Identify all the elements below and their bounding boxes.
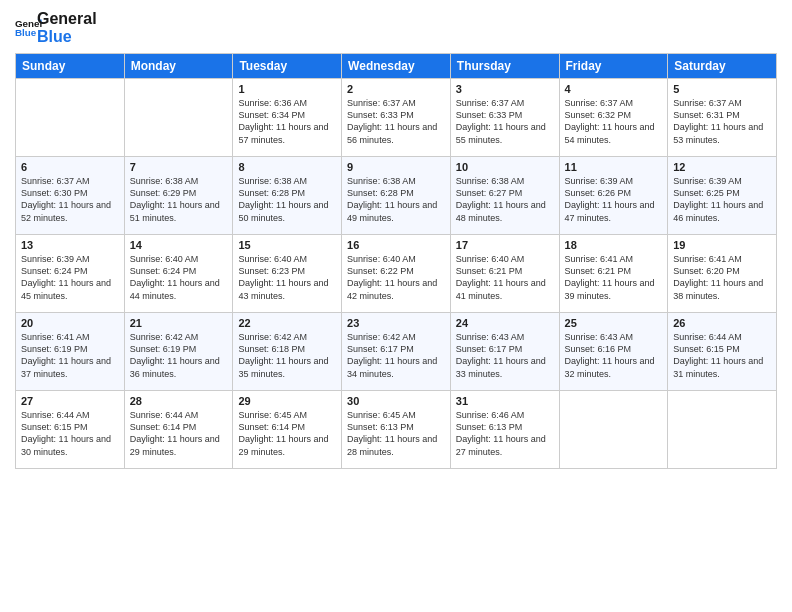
- day-info: Sunrise: 6:41 AMSunset: 6:21 PMDaylight:…: [565, 253, 663, 302]
- calendar-cell: 25Sunrise: 6:43 AMSunset: 6:16 PMDayligh…: [559, 313, 668, 391]
- day-number: 4: [565, 83, 663, 95]
- day-number: 18: [565, 239, 663, 251]
- calendar-week-row: 20Sunrise: 6:41 AMSunset: 6:19 PMDayligh…: [16, 313, 777, 391]
- calendar-week-row: 27Sunrise: 6:44 AMSunset: 6:15 PMDayligh…: [16, 391, 777, 469]
- calendar-cell: 2Sunrise: 6:37 AMSunset: 6:33 PMDaylight…: [342, 79, 451, 157]
- calendar-cell: 15Sunrise: 6:40 AMSunset: 6:23 PMDayligh…: [233, 235, 342, 313]
- calendar-cell: 31Sunrise: 6:46 AMSunset: 6:13 PMDayligh…: [450, 391, 559, 469]
- calendar-cell: 24Sunrise: 6:43 AMSunset: 6:17 PMDayligh…: [450, 313, 559, 391]
- day-info: Sunrise: 6:40 AMSunset: 6:22 PMDaylight:…: [347, 253, 445, 302]
- day-info: Sunrise: 6:44 AMSunset: 6:14 PMDaylight:…: [130, 409, 228, 458]
- day-info: Sunrise: 6:38 AMSunset: 6:29 PMDaylight:…: [130, 175, 228, 224]
- calendar-cell: 12Sunrise: 6:39 AMSunset: 6:25 PMDayligh…: [668, 157, 777, 235]
- day-info: Sunrise: 6:37 AMSunset: 6:32 PMDaylight:…: [565, 97, 663, 146]
- day-info: Sunrise: 6:44 AMSunset: 6:15 PMDaylight:…: [673, 331, 771, 380]
- weekday-header-monday: Monday: [124, 54, 233, 79]
- calendar-cell: 5Sunrise: 6:37 AMSunset: 6:31 PMDaylight…: [668, 79, 777, 157]
- day-number: 8: [238, 161, 336, 173]
- day-info: Sunrise: 6:41 AMSunset: 6:20 PMDaylight:…: [673, 253, 771, 302]
- day-info: Sunrise: 6:43 AMSunset: 6:17 PMDaylight:…: [456, 331, 554, 380]
- calendar-cell: 8Sunrise: 6:38 AMSunset: 6:28 PMDaylight…: [233, 157, 342, 235]
- day-info: Sunrise: 6:42 AMSunset: 6:19 PMDaylight:…: [130, 331, 228, 380]
- day-number: 13: [21, 239, 119, 251]
- day-number: 12: [673, 161, 771, 173]
- day-number: 1: [238, 83, 336, 95]
- day-info: Sunrise: 6:42 AMSunset: 6:17 PMDaylight:…: [347, 331, 445, 380]
- calendar-cell: 21Sunrise: 6:42 AMSunset: 6:19 PMDayligh…: [124, 313, 233, 391]
- day-number: 15: [238, 239, 336, 251]
- calendar-cell: 18Sunrise: 6:41 AMSunset: 6:21 PMDayligh…: [559, 235, 668, 313]
- day-info: Sunrise: 6:40 AMSunset: 6:23 PMDaylight:…: [238, 253, 336, 302]
- calendar-cell: 20Sunrise: 6:41 AMSunset: 6:19 PMDayligh…: [16, 313, 125, 391]
- calendar-cell: [559, 391, 668, 469]
- day-number: 5: [673, 83, 771, 95]
- day-number: 7: [130, 161, 228, 173]
- calendar-cell: [668, 391, 777, 469]
- calendar-cell: 6Sunrise: 6:37 AMSunset: 6:30 PMDaylight…: [16, 157, 125, 235]
- calendar-cell: 29Sunrise: 6:45 AMSunset: 6:14 PMDayligh…: [233, 391, 342, 469]
- calendar-cell: 23Sunrise: 6:42 AMSunset: 6:17 PMDayligh…: [342, 313, 451, 391]
- day-number: 10: [456, 161, 554, 173]
- day-number: 26: [673, 317, 771, 329]
- weekday-header-tuesday: Tuesday: [233, 54, 342, 79]
- weekday-header-friday: Friday: [559, 54, 668, 79]
- calendar-cell: 19Sunrise: 6:41 AMSunset: 6:20 PMDayligh…: [668, 235, 777, 313]
- calendar-table: SundayMondayTuesdayWednesdayThursdayFrid…: [15, 53, 777, 469]
- day-info: Sunrise: 6:43 AMSunset: 6:16 PMDaylight:…: [565, 331, 663, 380]
- day-number: 25: [565, 317, 663, 329]
- day-info: Sunrise: 6:37 AMSunset: 6:31 PMDaylight:…: [673, 97, 771, 146]
- day-info: Sunrise: 6:38 AMSunset: 6:28 PMDaylight:…: [347, 175, 445, 224]
- calendar-week-row: 1Sunrise: 6:36 AMSunset: 6:34 PMDaylight…: [16, 79, 777, 157]
- calendar-week-row: 6Sunrise: 6:37 AMSunset: 6:30 PMDaylight…: [16, 157, 777, 235]
- logo-blue: Blue: [37, 28, 97, 46]
- day-info: Sunrise: 6:38 AMSunset: 6:27 PMDaylight:…: [456, 175, 554, 224]
- day-number: 16: [347, 239, 445, 251]
- calendar-cell: 17Sunrise: 6:40 AMSunset: 6:21 PMDayligh…: [450, 235, 559, 313]
- day-info: Sunrise: 6:38 AMSunset: 6:28 PMDaylight:…: [238, 175, 336, 224]
- calendar-cell: 26Sunrise: 6:44 AMSunset: 6:15 PMDayligh…: [668, 313, 777, 391]
- day-info: Sunrise: 6:45 AMSunset: 6:13 PMDaylight:…: [347, 409, 445, 458]
- svg-text:Blue: Blue: [15, 27, 37, 38]
- weekday-header-thursday: Thursday: [450, 54, 559, 79]
- calendar-week-row: 13Sunrise: 6:39 AMSunset: 6:24 PMDayligh…: [16, 235, 777, 313]
- calendar-cell: 4Sunrise: 6:37 AMSunset: 6:32 PMDaylight…: [559, 79, 668, 157]
- day-info: Sunrise: 6:39 AMSunset: 6:25 PMDaylight:…: [673, 175, 771, 224]
- day-info: Sunrise: 6:46 AMSunset: 6:13 PMDaylight:…: [456, 409, 554, 458]
- day-info: Sunrise: 6:36 AMSunset: 6:34 PMDaylight:…: [238, 97, 336, 146]
- day-info: Sunrise: 6:41 AMSunset: 6:19 PMDaylight:…: [21, 331, 119, 380]
- weekday-header-row: SundayMondayTuesdayWednesdayThursdayFrid…: [16, 54, 777, 79]
- day-number: 22: [238, 317, 336, 329]
- calendar-cell: 10Sunrise: 6:38 AMSunset: 6:27 PMDayligh…: [450, 157, 559, 235]
- day-info: Sunrise: 6:40 AMSunset: 6:21 PMDaylight:…: [456, 253, 554, 302]
- logo-general: General: [37, 10, 97, 28]
- day-number: 28: [130, 395, 228, 407]
- day-info: Sunrise: 6:42 AMSunset: 6:18 PMDaylight:…: [238, 331, 336, 380]
- day-number: 21: [130, 317, 228, 329]
- calendar-cell: 3Sunrise: 6:37 AMSunset: 6:33 PMDaylight…: [450, 79, 559, 157]
- day-number: 3: [456, 83, 554, 95]
- calendar-cell: 16Sunrise: 6:40 AMSunset: 6:22 PMDayligh…: [342, 235, 451, 313]
- day-number: 24: [456, 317, 554, 329]
- day-number: 6: [21, 161, 119, 173]
- calendar-cell: 27Sunrise: 6:44 AMSunset: 6:15 PMDayligh…: [16, 391, 125, 469]
- page: General Blue General Blue SundayMondayTu…: [0, 0, 792, 612]
- day-info: Sunrise: 6:39 AMSunset: 6:26 PMDaylight:…: [565, 175, 663, 224]
- calendar-cell: 7Sunrise: 6:38 AMSunset: 6:29 PMDaylight…: [124, 157, 233, 235]
- day-info: Sunrise: 6:37 AMSunset: 6:33 PMDaylight:…: [456, 97, 554, 146]
- weekday-header-sunday: Sunday: [16, 54, 125, 79]
- day-number: 9: [347, 161, 445, 173]
- day-number: 27: [21, 395, 119, 407]
- calendar-cell: 13Sunrise: 6:39 AMSunset: 6:24 PMDayligh…: [16, 235, 125, 313]
- day-number: 29: [238, 395, 336, 407]
- day-number: 23: [347, 317, 445, 329]
- calendar-cell: 1Sunrise: 6:36 AMSunset: 6:34 PMDaylight…: [233, 79, 342, 157]
- calendar-cell: 11Sunrise: 6:39 AMSunset: 6:26 PMDayligh…: [559, 157, 668, 235]
- day-info: Sunrise: 6:37 AMSunset: 6:33 PMDaylight:…: [347, 97, 445, 146]
- calendar-cell: 9Sunrise: 6:38 AMSunset: 6:28 PMDaylight…: [342, 157, 451, 235]
- day-number: 19: [673, 239, 771, 251]
- day-info: Sunrise: 6:40 AMSunset: 6:24 PMDaylight:…: [130, 253, 228, 302]
- calendar-cell: 30Sunrise: 6:45 AMSunset: 6:13 PMDayligh…: [342, 391, 451, 469]
- day-number: 20: [21, 317, 119, 329]
- day-number: 30: [347, 395, 445, 407]
- calendar-cell: 28Sunrise: 6:44 AMSunset: 6:14 PMDayligh…: [124, 391, 233, 469]
